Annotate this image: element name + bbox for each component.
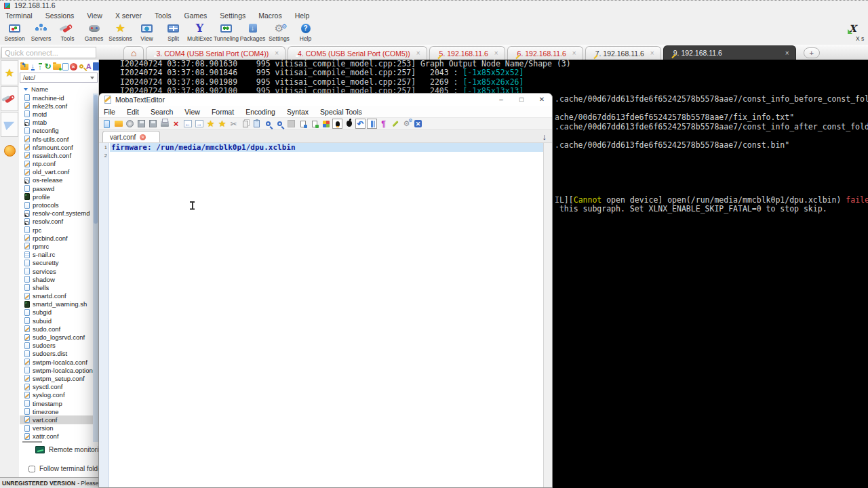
close-file-icon[interactable]: × [171, 119, 181, 129]
tab-close-icon[interactable]: × [416, 49, 420, 57]
file-row[interactable]: sudo.conf [20, 325, 93, 333]
scrollbar-thumb[interactable] [94, 95, 98, 224]
sessions-rail-button[interactable]: ★ [1, 60, 18, 85]
session-tab-6[interactable]: 6. 192.168.11.6× [507, 46, 583, 60]
remote-monitoring-button[interactable]: Remote monitoring [35, 446, 106, 453]
editor-scrollbar[interactable] [543, 143, 552, 487]
editor-content[interactable]: 1firmware: /run/media/mmcblk0p1/dpu.xclb… [99, 143, 543, 487]
replace-icon[interactable] [275, 119, 285, 129]
tools-toolbar-button[interactable]: Tools [54, 20, 81, 45]
sftp-path-select[interactable]: /etc/ [20, 73, 98, 83]
file-row[interactable]: timestamp [20, 399, 93, 407]
file-row[interactable]: nfs-utils.conf [20, 135, 93, 143]
undo-icon[interactable]: ↶ [355, 119, 366, 129]
editor-title-bar[interactable]: MobaTextEditor – □ ✕ [99, 94, 552, 106]
session-tab-home[interactable]: ⌂ [123, 46, 144, 60]
upload-icon[interactable]: ↑ [37, 62, 43, 71]
save-icon[interactable] [136, 119, 146, 129]
file-row[interactable]: swtpm-localca.options [20, 366, 93, 374]
favorite-icon[interactable]: ★ [217, 119, 227, 129]
file-row[interactable]: old_vart.conf [20, 168, 93, 176]
xserver-button[interactable]: X [849, 22, 856, 34]
editor-menu-edit[interactable]: Edit [127, 108, 139, 116]
outdent-icon[interactable]: ← [182, 119, 193, 129]
file-row[interactable]: passwd [20, 184, 93, 192]
follow-terminal-checkbox[interactable] [28, 466, 35, 472]
file-row[interactable]: sudoers [20, 342, 93, 350]
session-toolbar-button[interactable]: Session [1, 20, 28, 45]
refresh-icon[interactable]: ↻ [44, 62, 51, 71]
file-row[interactable]: shells [20, 283, 93, 291]
tools-rail-button[interactable] [1, 86, 18, 111]
file-row[interactable]: s-nail.rc [20, 251, 93, 259]
file-row[interactable]: version [20, 424, 93, 432]
file-row[interactable]: profile [20, 192, 93, 201]
file-row[interactable]: smartd.conf [20, 292, 93, 300]
editor-menu-file[interactable]: File [104, 108, 115, 116]
windows-format-icon[interactable] [321, 119, 331, 129]
file-row[interactable]: vart.conf [20, 415, 93, 424]
packages-toolbar-button[interactable]: Packages [239, 20, 266, 45]
favorite-add-icon[interactable]: ★ [205, 119, 216, 129]
menu-item-tools[interactable]: Tools [155, 12, 172, 20]
view-toolbar-button[interactable]: View [134, 20, 160, 45]
partial-icon[interactable] [93, 62, 99, 71]
split-toolbar-button[interactable]: Split [160, 20, 186, 45]
open-file-icon[interactable] [113, 119, 123, 129]
menu-item-help[interactable]: Help [295, 12, 310, 20]
menu-item-macros[interactable]: Macros [258, 12, 281, 20]
save-all-icon[interactable] [148, 119, 158, 129]
file-row[interactable]: rpc [20, 226, 93, 234]
download-icon[interactable]: ↓ [30, 62, 36, 71]
editor-menu-view[interactable]: View [184, 108, 200, 116]
help-toolbar-button[interactable]: ?Help [292, 20, 319, 45]
tab-close-icon[interactable]: × [140, 134, 146, 140]
quick-connect-input[interactable] [1, 47, 96, 58]
file-row[interactable]: resolv.conf [20, 218, 93, 226]
indent-icon[interactable]: → [194, 119, 204, 129]
edit-pencil-icon[interactable] [390, 119, 400, 129]
file-row[interactable]: swtpm_setup.conf [20, 374, 93, 382]
macros-rail-button[interactable] [1, 112, 18, 137]
mac-format-icon[interactable] [344, 119, 354, 129]
editor-maximize-button[interactable]: □ [511, 94, 532, 106]
file-row[interactable]: subgid [20, 308, 93, 317]
editor-menu-search[interactable]: Search [151, 108, 173, 116]
menu-item-sessions[interactable]: Sessions [45, 12, 75, 20]
tab-close-icon[interactable]: × [785, 49, 789, 57]
cut-icon[interactable]: ✂ [229, 119, 239, 129]
tab-close-icon[interactable]: × [275, 49, 279, 57]
editor-menu-encoding[interactable]: Encoding [245, 108, 275, 116]
key-icon[interactable] [79, 62, 85, 71]
delete-icon[interactable]: × [70, 62, 77, 71]
servers-toolbar-button[interactable]: Servers [28, 20, 54, 45]
file-row[interactable]: nfsmount.conf [20, 143, 93, 151]
file-row[interactable]: syslog.conf [20, 391, 93, 399]
menu-item-terminal[interactable]: Terminal [5, 12, 33, 20]
file-row[interactable]: timezone [20, 407, 93, 415]
file-row[interactable]: rpcbind.conf [20, 234, 93, 242]
history-icon[interactable] [125, 119, 135, 129]
menu-item-x-server[interactable]: X server [115, 12, 142, 20]
games-toolbar-button[interactable]: Games [81, 20, 107, 45]
tab-close-icon[interactable]: × [572, 49, 576, 57]
file-row[interactable]: motd [20, 110, 93, 118]
paragraph-marks-icon[interactable]: ¶ [378, 119, 389, 129]
copy-icon[interactable] [240, 119, 250, 129]
session-tab-7[interactable]: 7. 192.168.11.6× [585, 46, 661, 60]
menu-item-view[interactable]: View [87, 12, 102, 20]
paste-icon[interactable] [252, 119, 262, 129]
file-row[interactable]: sudo_logsrvd.conf [20, 333, 93, 341]
multiexec-toolbar-button[interactable]: YMultiExec [186, 20, 213, 45]
folder-up-icon[interactable] [20, 62, 28, 71]
settings-toolbar-button[interactable]: ⚙⚙Settings [266, 20, 292, 45]
file-tree-header[interactable]: Name [20, 85, 93, 94]
file-row[interactable]: rpmrc [20, 242, 93, 250]
file-row[interactable]: netconfig [20, 127, 93, 135]
new-tab-button[interactable]: + [804, 47, 820, 58]
file-list-scrollbar[interactable] [93, 94, 98, 442]
file-row[interactable]: nsswitch.conf [20, 151, 93, 159]
session-tab-9[interactable]: 9. 192.168.11.6× [663, 45, 796, 60]
unix-format-icon[interactable] [332, 119, 342, 129]
file-row[interactable]: smartd_warning.sh [20, 300, 93, 308]
